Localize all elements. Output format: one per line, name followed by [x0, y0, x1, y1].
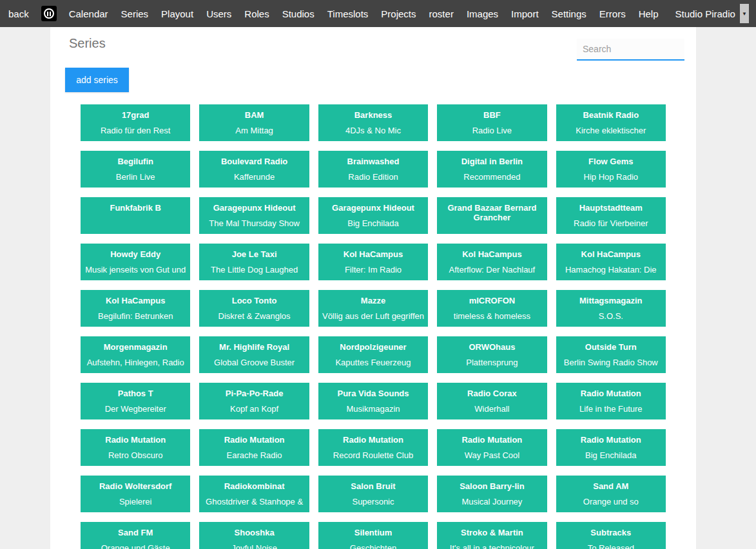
series-card[interactable]: Salon BruitSupersonic: [318, 476, 428, 512]
series-card-title: Flow Gems: [561, 157, 661, 166]
series-card[interactable]: HauptstadtteamRadio für Vierbeiner: [556, 197, 666, 234]
series-card[interactable]: Funkfabrik B: [81, 197, 190, 234]
series-card[interactable]: Pathos TDer Wegbereiter: [81, 383, 190, 419]
series-card-subtitle: Musikmagazin: [322, 404, 425, 414]
series-card[interactable]: Pura Vida SoundsMusikmagazin: [318, 383, 428, 419]
series-card[interactable]: Sand AMOrange und so: [556, 476, 666, 512]
series-card-subtitle: The Little Dog Laughed: [202, 265, 305, 274]
series-card-title: BBF: [441, 110, 542, 120]
series-card-subtitle: Völlig aus der Luft gegriffen: [322, 311, 425, 321]
studio-select[interactable]: Studio Piradio ▼: [670, 4, 749, 23]
series-card[interactable]: Kol HaCampusAfterflow: Der Nachlauf: [437, 244, 547, 280]
series-card[interactable]: Flow GemsHip Hop Radio: [556, 151, 666, 188]
series-card[interactable]: Kol HaCampusFilter: Im Radio: [318, 244, 428, 280]
studio-select-value: Studio Piradio: [675, 8, 735, 19]
series-card[interactable]: SilentiumGeschichten: [318, 522, 428, 549]
series-card[interactable]: Joe Le TaxiThe Little Dog Laughed: [199, 244, 309, 280]
series-card-subtitle: Filter: Im Radio: [322, 265, 425, 274]
series-card[interactable]: Radio MutationEarache Radio: [199, 429, 309, 466]
series-card[interactable]: Radio MutationRetro Obscuro: [81, 429, 190, 466]
series-card-title: Kol HaCampus: [561, 249, 661, 259]
series-card-subtitle: Radio Edition: [322, 172, 425, 182]
series-card-subtitle: Der Wegbereiter: [84, 404, 187, 414]
series-card-title: Boulevard Radio: [204, 157, 304, 166]
series-card[interactable]: Digital in BerlinRecommended: [437, 151, 547, 188]
series-card-subtitle: S.O.S.: [559, 311, 663, 321]
series-card[interactable]: ShooshkaJoyful Noise: [199, 522, 309, 549]
series-card[interactable]: Saloon Barry-linMusical Journey: [437, 476, 547, 512]
page-title: Series: [69, 36, 106, 51]
series-card[interactable]: Radio MutationLife in the Future: [556, 383, 666, 419]
series-card-title: Joe Le Taxi: [204, 249, 304, 259]
nav-item-series[interactable]: Series: [115, 8, 155, 19]
series-card-subtitle: Earache Radio: [202, 450, 305, 460]
series-card[interactable]: Radio MutationWay Past Cool: [437, 429, 547, 466]
series-card[interactable]: Howdy EddyMusik jenseits von Gut und: [81, 244, 190, 280]
search-input[interactable]: [577, 39, 684, 61]
series-card[interactable]: Barkness4DJs & No Mic: [318, 104, 428, 141]
chevron-down-icon[interactable]: ▼: [740, 4, 749, 23]
series-card-title: Stroko & Martin: [441, 528, 542, 537]
series-card-subtitle: Am Mittag: [202, 126, 305, 135]
series-card[interactable]: BBFRadio Live: [437, 104, 547, 141]
series-card[interactable]: Outside TurnBerlin Swing Radio Show: [556, 336, 666, 373]
series-card[interactable]: Radio CoraxWiderhall: [437, 383, 547, 419]
series-card[interactable]: Radio MutationRecord Roulette Club: [318, 429, 428, 466]
series-card[interactable]: Stroko & MartinIt's all in a technicolou…: [437, 522, 547, 549]
nav-item-calendar[interactable]: Calendar: [63, 8, 115, 19]
series-card[interactable]: Radio MutationBig Enchilada: [556, 429, 666, 466]
series-card[interactable]: Pi-Pa-Po-RadeKopf an Kopf: [199, 383, 309, 419]
series-card-subtitle: timeless & homeless: [440, 311, 543, 321]
series-card[interactable]: Sand FMOrange und Gäste: [81, 522, 190, 549]
nav-item-studios[interactable]: Studios: [276, 8, 321, 19]
series-card[interactable]: Loco TontoDiskret & Zwanglos: [199, 290, 309, 327]
nav-item-help[interactable]: Help: [632, 8, 665, 19]
series-card-subtitle: Diskret & Zwanglos: [202, 311, 305, 321]
series-card[interactable]: Beatnik RadioKirche eklektischer: [556, 104, 666, 141]
series-card-title: Mr. Highlife Royal: [204, 342, 304, 352]
series-card[interactable]: BAMAm Mittag: [199, 104, 309, 141]
series-card[interactable]: NordpolzigeunerKaputtes Feuerzeug: [318, 336, 428, 373]
nav-item-playout[interactable]: Playout: [155, 8, 200, 19]
series-card[interactable]: Boulevard RadioKafferunde: [199, 151, 309, 188]
nav-item-roles[interactable]: Roles: [238, 8, 275, 19]
add-series-button[interactable]: add series: [65, 68, 129, 92]
nav-item-import[interactable]: Import: [505, 8, 545, 19]
series-card[interactable]: Kol HaCampusBegilufin: Betrunken: [81, 290, 190, 327]
nav-item-errors[interactable]: Errors: [593, 8, 632, 19]
series-card[interactable]: Radio WoltersdorfSpielerei: [81, 476, 190, 512]
series-card[interactable]: SubtracksTo Released: [556, 522, 666, 549]
series-card[interactable]: 17gradRadio für den Rest: [81, 104, 190, 141]
series-card-title: Funkfabrik B: [85, 203, 186, 213]
series-card[interactable]: BegilufinBerlin Live: [81, 151, 190, 188]
series-card[interactable]: Garagepunx HideoutThe Mal Thursday Show: [199, 197, 309, 234]
series-card[interactable]: Garagepunx HideoutBig Enchilada: [318, 197, 428, 234]
series-card[interactable]: Grand Bazaar Bernard Grancher: [437, 197, 547, 234]
series-card-title: Grand Bazaar Bernard Grancher: [441, 203, 542, 222]
series-card[interactable]: RadiokombinatGhostdriver & Stanhope &: [199, 476, 309, 512]
series-card[interactable]: MittagsmagazinS.O.S.: [556, 290, 666, 327]
series-card-subtitle: Widerhall: [440, 404, 543, 414]
series-card[interactable]: mICROFONtimeless & homeless: [437, 290, 547, 327]
series-card-subtitle: Kirche eklektischer: [559, 126, 663, 135]
series-card[interactable]: ORWOhausPlattensprung: [437, 336, 547, 373]
series-card[interactable]: MorgenmagazinAufstehn, Hinlegen, Radio: [81, 336, 190, 373]
series-card-subtitle: Musical Journey: [440, 497, 543, 506]
nav-item-roster[interactable]: roster: [423, 8, 460, 19]
series-card[interactable]: Mr. Highlife RoyalGlobal Groove Buster: [199, 336, 309, 373]
series-card-subtitle: Kafferunde: [202, 172, 305, 182]
series-card-subtitle: Supersonic: [322, 497, 425, 506]
nav-item-users[interactable]: Users: [200, 8, 238, 19]
series-card[interactable]: Kol HaCampusHamachog Hakatan: Die: [556, 244, 666, 280]
series-card[interactable]: BrainwashedRadio Edition: [318, 151, 428, 188]
nav-item-settings[interactable]: Settings: [545, 8, 593, 19]
series-card-title: Beatnik Radio: [561, 110, 661, 120]
series-card-title: Sand AM: [561, 481, 661, 491]
nav-item-projects[interactable]: Projects: [374, 8, 422, 19]
back-link[interactable]: back: [0, 8, 35, 19]
nav-item-timeslots[interactable]: Timeslots: [321, 8, 375, 19]
series-card-subtitle: Orange und Gäste: [84, 543, 187, 549]
series-card[interactable]: MazzeVöllig aus der Luft gegriffen: [318, 290, 428, 327]
nav-item-images[interactable]: Images: [460, 8, 505, 19]
series-card-subtitle: Spielerei: [84, 497, 187, 506]
